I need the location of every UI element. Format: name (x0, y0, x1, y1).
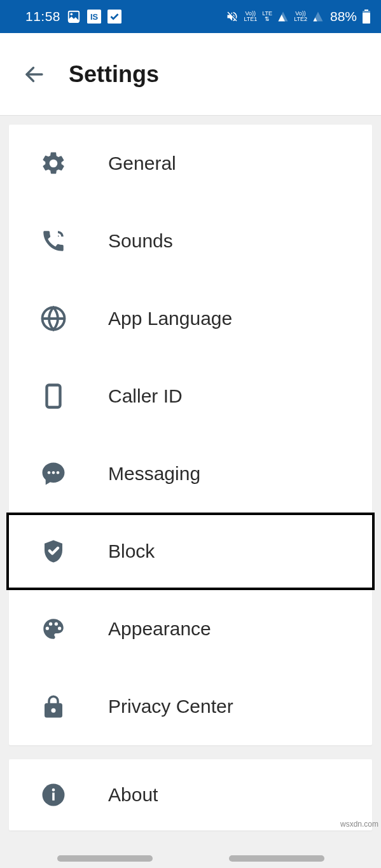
menu-item-general[interactable]: General (9, 125, 372, 202)
sim1-indicator: Vo)) LTE1 (244, 11, 257, 22)
menu-item-caller-id[interactable]: Caller ID (9, 357, 372, 435)
sim2-indicator: Vo)) LTE2 (294, 11, 307, 22)
menu-item-label: Messaging (108, 463, 200, 485)
svg-rect-6 (363, 13, 370, 24)
svg-point-15 (46, 627, 49, 630)
app-header: Settings (0, 33, 381, 116)
svg-rect-7 (364, 10, 368, 11)
menu-item-label: Sounds (108, 230, 173, 252)
svg-point-1 (71, 13, 73, 16)
gear-icon (39, 149, 67, 177)
phone-device-icon (39, 382, 67, 410)
menu-item-label: Block (108, 541, 155, 562)
shield-check-icon (39, 537, 67, 565)
svg-point-17 (55, 623, 58, 626)
menu-item-sounds[interactable]: Sounds (9, 202, 372, 280)
battery-percent: 88% (330, 9, 357, 24)
battery-icon (362, 10, 371, 24)
settings-card: General Sounds App Language Caller ID Me (9, 125, 372, 745)
phone-sound-icon (39, 227, 67, 255)
svg-rect-11 (47, 385, 60, 408)
svg-text:IS: IS (90, 12, 99, 22)
svg-point-14 (57, 471, 60, 474)
is-badge-icon: IS (87, 10, 101, 24)
picture-icon (67, 10, 81, 24)
menu-item-privacy[interactable]: Privacy Center (9, 668, 372, 745)
content: General Sounds App Language Caller ID Me (0, 116, 381, 830)
mute-icon (226, 10, 239, 23)
palette-icon (39, 615, 67, 643)
status-right: Vo)) LTE1 LTE ⇅ Vo)) LTE2 88% (226, 9, 371, 24)
menu-item-label: About (108, 784, 158, 806)
svg-point-13 (52, 471, 55, 474)
svg-point-22 (52, 789, 55, 792)
nav-recents[interactable] (57, 855, 153, 862)
status-left: 11:58 IS (25, 9, 121, 24)
back-button[interactable] (19, 59, 50, 90)
page-title: Settings (69, 61, 159, 88)
about-card: About (9, 759, 372, 830)
arrow-left-icon (23, 63, 46, 86)
menu-item-label: App Language (108, 308, 232, 329)
svg-rect-21 (52, 793, 55, 801)
menu-item-language[interactable]: App Language (9, 280, 372, 357)
info-icon (39, 781, 67, 809)
lock-icon (39, 692, 67, 720)
menu-item-label: Privacy Center (108, 696, 233, 717)
svg-point-16 (49, 623, 52, 626)
menu-item-appearance[interactable]: Appearance (9, 590, 372, 668)
svg-point-19 (52, 708, 56, 713)
menu-item-about[interactable]: About (9, 759, 372, 830)
status-time: 11:58 (25, 9, 60, 24)
menu-item-label: General (108, 153, 176, 174)
nav-back[interactable] (229, 855, 324, 862)
signal-1-icon (277, 11, 289, 22)
checkbox-icon (107, 10, 121, 24)
message-icon (39, 460, 67, 488)
menu-item-block[interactable]: Block (6, 513, 375, 590)
status-bar: 11:58 IS Vo)) LTE1 LTE ⇅ Vo)) LTE2 (0, 0, 381, 33)
watermark: wsxdn.com (340, 820, 378, 829)
svg-point-18 (58, 627, 61, 630)
menu-item-label: Appearance (108, 618, 211, 640)
svg-point-12 (48, 471, 51, 474)
menu-item-label: Caller ID (108, 385, 183, 407)
menu-item-messaging[interactable]: Messaging (9, 435, 372, 513)
signal-2-icon (312, 11, 324, 22)
android-nav-bar (0, 855, 381, 862)
lte-indicator: LTE ⇅ (262, 11, 272, 22)
globe-icon (39, 305, 67, 333)
